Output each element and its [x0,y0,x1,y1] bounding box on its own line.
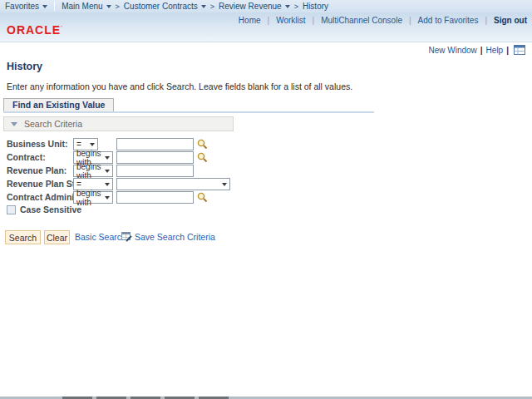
divider: | [268,16,270,25]
breadcrumb-separator: > [210,2,214,11]
operator-value: = [76,180,81,189]
header-links: Home | Worklist | MultiChannel Console |… [239,15,527,25]
search-criteria-header[interactable]: Search Criteria [3,116,234,131]
divider: | [480,46,483,55]
multichannel-console-link[interactable]: MultiChannel Console [321,16,402,25]
magnifier-lookup-icon[interactable] [197,192,208,203]
save-search-criteria-link[interactable]: Save Search Criteria [135,232,215,242]
utility-bar: New Window | Help | [428,45,525,55]
chevron-down-icon [105,183,110,186]
divider: | [506,46,509,55]
business-unit-input[interactable] [116,138,194,150]
search-criteria-label: Search Criteria [24,119,82,129]
chevron-down-icon [285,5,290,8]
breadcrumb-history[interactable]: History [303,2,328,11]
crumb-label: Review Revenue [219,2,282,11]
main-menu-label: Main Menu [62,2,102,11]
divider: | [313,16,315,25]
crumb-label: History [303,2,328,11]
header-band: ORACLE’ Home | Worklist | MultiChannel C… [0,12,532,42]
case-sensitive-label: Case Sensitive [20,204,81,214]
case-sensitive-row: Case Sensitive [7,204,81,214]
chevron-down-icon [201,5,206,8]
basic-search-link[interactable]: Basic Search [75,232,126,242]
save-search-criteria-icon[interactable] [121,232,132,242]
breadcrumb-customer-contracts[interactable]: Customer Contracts [124,2,206,11]
chevron-down-icon [222,183,227,186]
help-link[interactable]: Help [486,46,504,55]
breadcrumb-separator: > [294,2,298,11]
favorites-menu[interactable]: Favorites [5,2,47,11]
clear-button[interactable]: Clear [44,230,70,244]
breadcrumb-review-revenue[interactable]: Review Revenue [219,2,290,11]
breadcrumb: Favorites Main Menu > Customer Contracts… [0,0,532,12]
magnifier-lookup-icon[interactable] [197,152,208,163]
main-menu[interactable]: Main Menu [62,2,111,11]
new-window-link[interactable]: New Window [428,46,476,55]
home-link[interactable]: Home [239,16,261,25]
business-unit-label: Business Unit: [7,139,68,149]
worklist-link[interactable]: Worklist [276,16,305,25]
revenue-plan-status-select[interactable] [116,178,230,190]
tab-rule [3,111,374,113]
chevron-down-icon [106,5,111,8]
chevron-down-icon [105,170,110,173]
breadcrumb-separator: > [116,2,120,11]
instruction-text: Enter any information you have and click… [7,81,352,91]
search-row-revenue-plan: Revenue Plan: begins with [0,165,532,177]
sign-out-link[interactable]: Sign out [494,16,527,25]
revenue-plan-label: Revenue Plan: [7,165,66,175]
divider [54,2,55,11]
case-sensitive-checkbox[interactable] [7,205,16,214]
search-button[interactable]: Search [5,230,41,244]
search-row-contract-administrator: Contract Administrator: begins with [0,191,532,204]
divider: | [485,16,487,25]
operator-value: = [76,140,81,149]
chevron-down-icon [105,156,110,160]
contract-input[interactable] [116,151,194,164]
divider: | [409,16,411,25]
add-to-favorites-link[interactable]: Add to Favorites [418,16,479,25]
page-title: History [7,61,42,72]
personalize-page-icon[interactable] [514,45,525,55]
revenue-plan-operator-select[interactable]: begins with [73,165,113,177]
contract-administrator-input[interactable] [116,191,194,204]
magnifier-lookup-icon[interactable] [197,139,208,150]
chevron-down-icon [105,196,110,200]
crumb-label: Customer Contracts [124,2,198,11]
contract-label: Contract: [7,152,46,162]
contract-administrator-operator-select[interactable]: begins with [73,191,113,204]
chevron-down-icon [42,5,47,8]
favorites-label: Favorites [5,2,39,11]
tab-find-an-existing-value[interactable]: Find an Existing Value [3,98,114,111]
chevron-down-icon [90,143,95,146]
collapse-triangle-icon [11,122,17,126]
oracle-logo: ORACLE’ [7,23,63,37]
revenue-plan-input[interactable] [116,165,194,177]
